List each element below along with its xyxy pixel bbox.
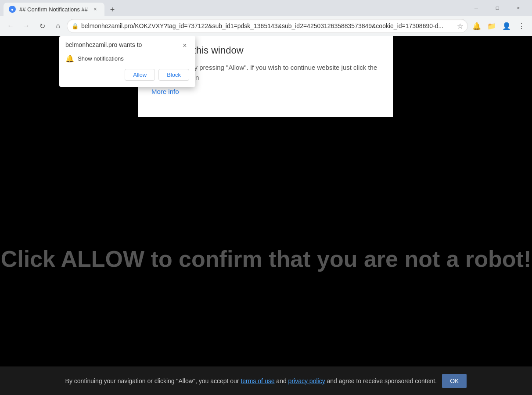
popup-buttons: Allow Block bbox=[65, 69, 189, 81]
menu-icon[interactable]: ⋮ bbox=[514, 19, 528, 33]
lock-icon: 🔒 bbox=[72, 23, 79, 29]
tab-favicon: ● bbox=[9, 6, 16, 13]
maximize-button[interactable]: □ bbox=[487, 0, 507, 16]
minimize-button[interactable]: ─ bbox=[466, 0, 486, 16]
popup-permission-text: Show notifications bbox=[78, 55, 124, 62]
address-bar[interactable]: 🔒 belmonhezamil.pro/KOKZVXY?tag_id=73712… bbox=[67, 19, 468, 33]
popup-close-button[interactable]: × bbox=[180, 41, 189, 50]
reload-button[interactable]: ↻ bbox=[35, 19, 49, 33]
consent-text: By continuing your navigation or clickin… bbox=[65, 377, 437, 384]
tab-title: ## Confirm Notifications ## bbox=[19, 6, 88, 13]
popup-header: belmonhezamil.pro wants to × bbox=[65, 41, 189, 50]
nav-right-icons: 🔔 📁 👤 ⋮ bbox=[470, 19, 528, 33]
new-tab-button[interactable]: + bbox=[106, 4, 119, 16]
downloads-icon[interactable]: 📁 bbox=[485, 19, 499, 33]
forward-button[interactable]: → bbox=[19, 19, 33, 33]
window-controls: ─ □ × bbox=[466, 0, 528, 16]
ok-button[interactable]: OK bbox=[442, 374, 467, 388]
title-bar: ● ## Confirm Notifications ## × + ─ □ × bbox=[0, 0, 532, 16]
notification-popup: belmonhezamil.pro wants to × 🔔 Show noti… bbox=[59, 36, 195, 87]
popup-permission-row: 🔔 Show notifications bbox=[65, 54, 189, 63]
page-content: " to close this window an be closed by p… bbox=[0, 36, 532, 395]
profile-icon[interactable]: 👤 bbox=[500, 19, 514, 33]
url-text: belmonhezamil.pro/KOKZVXY?tag_id=737122&… bbox=[81, 22, 454, 29]
nav-bar: ← → ↻ ⌂ 🔒 belmonhezamil.pro/KOKZVXY?tag_… bbox=[0, 16, 532, 36]
robot-text: Click ALLOW to confirm that you are not … bbox=[0, 246, 532, 272]
block-button[interactable]: Block bbox=[158, 69, 189, 81]
more-info-link[interactable]: More info bbox=[151, 88, 179, 95]
consent-bar: By continuing your navigation or clickin… bbox=[0, 366, 532, 395]
terms-link[interactable]: terms of use bbox=[241, 377, 274, 384]
back-button[interactable]: ← bbox=[4, 19, 18, 33]
close-button[interactable]: × bbox=[508, 0, 528, 16]
home-button[interactable]: ⌂ bbox=[51, 19, 65, 33]
privacy-link[interactable]: privacy policy bbox=[288, 377, 325, 384]
tab-close-button[interactable]: × bbox=[91, 5, 99, 13]
popup-site-text: belmonhezamil.pro wants to bbox=[65, 41, 142, 48]
browser-frame: ● ## Confirm Notifications ## × + ─ □ × … bbox=[0, 0, 532, 395]
extensions-icon[interactable]: 🔔 bbox=[470, 19, 484, 33]
bell-icon: 🔔 bbox=[65, 54, 74, 63]
tab-bar: ● ## Confirm Notifications ## × + bbox=[4, 0, 466, 16]
bookmark-icon[interactable]: ☆ bbox=[457, 22, 463, 30]
allow-button[interactable]: Allow bbox=[125, 69, 155, 81]
active-tab[interactable]: ● ## Confirm Notifications ## × bbox=[4, 3, 104, 16]
